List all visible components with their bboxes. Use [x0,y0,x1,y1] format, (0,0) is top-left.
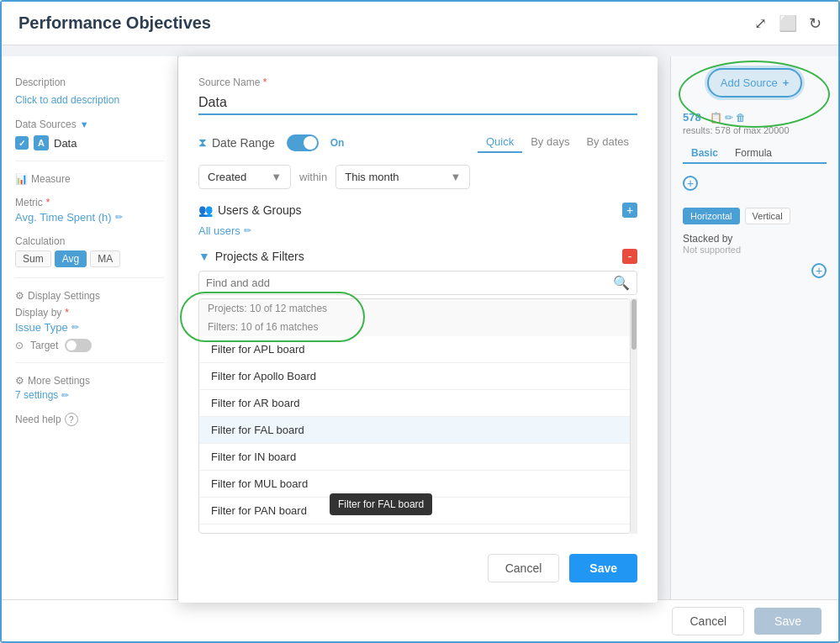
measure-section: 📊 Measure [15,173,164,185]
source-count-value2: 578 [716,125,731,135]
source-count-label: results: [683,125,716,135]
metric-value[interactable]: Avg. Time Spent (h) ✏ [15,211,164,224]
users-section-title: 👥 Users & Groups [198,203,302,217]
more-settings-text: More Settings [28,375,90,387]
dropdown-scrollbar[interactable] [631,298,637,534]
right-plus-icon[interactable]: + [811,263,827,278]
display-by-label: Display by * [15,307,164,319]
add-source-plus-icon: + [783,76,790,89]
by-dates-tab[interactable]: By dates [578,132,637,153]
chart-row: + [683,176,827,191]
display-by-text: Display by [15,307,61,319]
hourglass-icon: ⧗ [198,135,207,150]
display-by-value[interactable]: Issue Type ✏ [15,321,164,334]
all-users-edit-icon[interactable]: ✏ [244,225,251,236]
date-range-tabs: Quick By days By dates [478,132,637,153]
need-help-section[interactable]: Need help ? [15,413,164,426]
shrink-icon[interactable]: ⤢ [754,14,767,33]
horizontal-button[interactable]: Horizontal [683,208,740,224]
source-name-required: * [263,76,267,88]
more-settings-count-row[interactable]: 7 settings ✏ [15,389,164,401]
not-supported-label: Not supported [683,245,827,255]
bottom-bar: Cancel Save [2,599,838,641]
calculation-section: Calculation Sum Avg MA [15,235,164,267]
source-count-icons: 📋 ✏ 🗑 [710,112,747,124]
measure-icon: 📊 [15,173,28,185]
modal-footer: Cancel Save [198,545,637,582]
display-settings-text: Display Settings [28,290,100,302]
page-title: Performance Objectives [18,13,211,33]
metric-value-text: Avg. Time Spent (h) [15,211,112,224]
more-settings-label: ⚙ More Settings [15,375,164,387]
projects-remove-button[interactable]: - [622,249,637,264]
list-item[interactable]: Filter for APL board [199,336,630,363]
this-month-select[interactable]: This month ▼ [335,165,470,189]
target-label: Target [30,340,58,351]
cancel-button[interactable]: Cancel [672,607,744,635]
metric-label: Metric * [15,197,164,208]
display-by-edit-icon[interactable]: ✏ [71,322,79,333]
modal-save-button[interactable]: Save [569,554,637,582]
this-month-label: This month [345,171,399,183]
calculation-label: Calculation [15,235,164,247]
display-settings-section: ⚙ Display Settings Display by * Issue Ty… [15,290,164,334]
vertical-button[interactable]: Vertical [745,208,790,224]
list-item[interactable]: Filter for AR board [199,390,630,417]
projects-search-input[interactable] [206,277,613,289]
modal-cancel-button[interactable]: Cancel [488,554,560,582]
metric-required: * [46,197,50,208]
quick-tab[interactable]: Quick [478,132,522,153]
right-plus-section: + [683,263,827,278]
target-toggle[interactable] [65,339,92,352]
source-count-value: 578 [683,111,701,124]
metric-text: Metric [15,197,43,208]
display-settings-label: ⚙ Display Settings [15,290,164,302]
this-month-arrow-icon: ▼ [450,171,461,183]
toggle-on-label: On [330,137,345,149]
data-source-checkbox[interactable]: ✓ [15,136,29,150]
description-label: Description [15,76,164,88]
by-days-tab[interactable]: By days [522,132,578,153]
search-icon[interactable]: 🔍 [613,275,630,291]
calc-sum-button[interactable]: Sum [15,250,51,267]
formula-tab[interactable]: Formula [726,144,780,162]
more-settings-gear-icon: ⚙ [15,375,24,387]
metric-section: Metric * Avg. Time Spent (h) ✏ [15,197,164,224]
refresh-icon[interactable]: ↻ [809,14,822,33]
source-name-input[interactable] [198,92,637,115]
calculation-buttons: Sum Avg MA [15,250,164,267]
target-icon: ⊙ [15,340,24,351]
list-item[interactable]: Filter for RAW board [199,524,630,534]
save-button[interactable]: Save [754,608,822,635]
list-item[interactable]: Filter for Apollo Board [199,363,630,390]
right-panel: Add Source + 578 📋 ✏ 🗑 results: 578 of m… [670,56,838,599]
date-range-toggle[interactable] [287,134,319,151]
calc-ma-button[interactable]: MA [90,250,120,267]
projects-filter-icon: ▼ [198,250,210,263]
add-source-button[interactable]: Add Source + [707,68,803,98]
metric-edit-icon[interactable]: ✏ [115,212,123,223]
calc-avg-button[interactable]: Avg [55,250,87,267]
projects-search-row: 🔍 [198,271,637,295]
list-item[interactable]: Filter for IN board [199,444,630,471]
square-icon[interactable]: ⬜ [779,14,797,33]
all-users-text: All users [198,224,240,237]
chart-plus-icon[interactable]: + [683,176,698,191]
created-select[interactable]: Created ▼ [198,165,291,189]
header: Performance Objectives ⤢ ⬜ ↻ [2,2,838,45]
source-count-section: 578 📋 ✏ 🗑 results: 578 of max 20000 [683,111,827,135]
more-settings-edit-icon[interactable]: ✏ [61,390,69,401]
sidebar: Description Click to add description Dat… [2,56,178,641]
help-icon[interactable]: ? [65,413,78,426]
basic-tab[interactable]: Basic [683,144,726,164]
list-item-fal[interactable]: Filter for FAL board [199,417,630,444]
description-link[interactable]: Click to add description [15,94,119,106]
scrollbar-thumb [631,299,637,350]
users-add-button[interactable]: + [622,203,637,218]
target-section: ⊙ Target [15,339,164,352]
filter-icon: ▼ [80,119,89,129]
display-by-section: Display by * Issue Type ✏ [15,307,164,334]
stacked-info: Stacked by Not supported [683,233,827,255]
all-users-row[interactable]: All users ✏ [198,224,637,237]
basic-formula-tabs: Basic Formula [683,144,827,164]
